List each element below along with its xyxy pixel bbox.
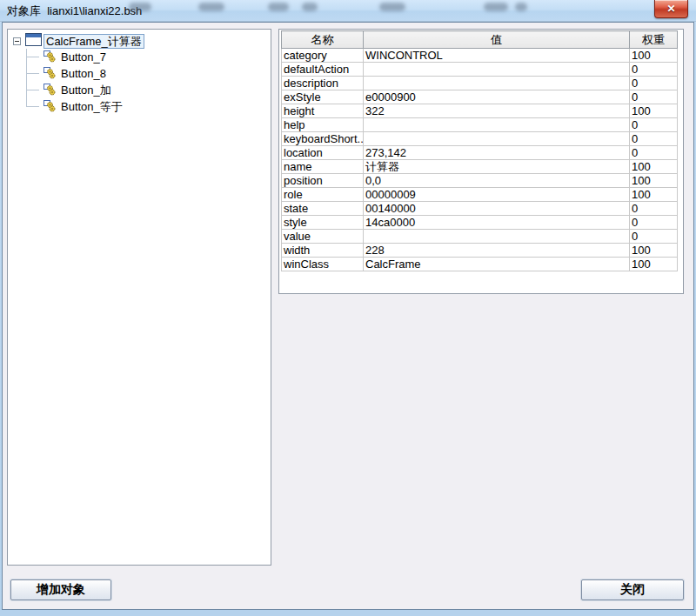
property-table-panel[interactable]: 名称 值 权重 categoryWINCONTROL100defaultActi… bbox=[278, 29, 684, 294]
dialog-body: CalcFrame_计算器 Button_7 Button_8 Button_加… bbox=[2, 22, 694, 610]
property-name-cell[interactable]: description bbox=[282, 77, 364, 90]
tree-item-Button_8[interactable]: Button_8 bbox=[8, 65, 271, 82]
tree-item-label: Button_8 bbox=[61, 67, 106, 81]
titlebar-glass-artifact bbox=[515, 3, 527, 11]
property-name-cell[interactable]: winClass bbox=[282, 258, 364, 271]
table-row[interactable]: state001400000 bbox=[282, 202, 678, 216]
table-row[interactable]: winClassCalcFrame100 bbox=[282, 258, 678, 271]
property-value-cell[interactable]: 00000009 bbox=[364, 188, 630, 202]
window-frame-icon bbox=[25, 33, 42, 49]
column-header-value[interactable]: 值 bbox=[364, 31, 630, 49]
tree-root-label-selected[interactable]: CalcFrame_计算器 bbox=[44, 34, 144, 49]
add-object-button[interactable]: 增加对象 bbox=[10, 579, 111, 600]
titlebar-glass-artifact bbox=[198, 3, 224, 11]
property-weight-cell[interactable]: 0 bbox=[630, 118, 678, 132]
property-value-cell[interactable] bbox=[364, 77, 630, 90]
property-name-cell[interactable]: height bbox=[282, 104, 364, 118]
titlebar-glass-artifact bbox=[484, 3, 508, 11]
close-dialog-button-label: 关闭 bbox=[620, 582, 645, 598]
property-value-cell[interactable] bbox=[364, 63, 630, 77]
tree-item-root[interactable]: CalcFrame_计算器 bbox=[8, 33, 271, 49]
property-weight-cell[interactable]: 0 bbox=[630, 90, 678, 104]
property-weight-cell[interactable]: 100 bbox=[630, 244, 678, 258]
property-name-cell[interactable]: role bbox=[282, 188, 364, 202]
add-object-button-label: 增加对象 bbox=[37, 582, 85, 598]
window-title: 对象库 lianxi1\lianxi22.bsh bbox=[7, 3, 142, 19]
titlebar-glass-artifact bbox=[302, 3, 318, 11]
property-name-cell[interactable]: defaultAction bbox=[282, 63, 364, 77]
table-row[interactable]: help0 bbox=[282, 118, 678, 132]
column-header-name[interactable]: 名称 bbox=[282, 31, 364, 49]
property-name-cell[interactable]: style bbox=[282, 216, 364, 230]
table-row[interactable]: keyboardShort...0 bbox=[282, 132, 678, 146]
property-name-cell[interactable]: location bbox=[282, 146, 364, 160]
property-weight-cell[interactable]: 100 bbox=[630, 160, 678, 174]
property-weight-cell[interactable]: 100 bbox=[630, 188, 678, 202]
property-weight-cell[interactable]: 0 bbox=[630, 230, 678, 244]
close-icon: ✕ bbox=[666, 3, 675, 14]
property-weight-cell[interactable]: 0 bbox=[630, 77, 678, 90]
property-weight-cell[interactable]: 100 bbox=[630, 104, 678, 118]
property-value-cell[interactable]: WINCONTROL bbox=[364, 49, 630, 63]
tree-item-label: Button_加 bbox=[61, 84, 111, 97]
tree-item-Button_等于[interactable]: Button_等于 bbox=[8, 98, 271, 115]
property-weight-cell[interactable]: 0 bbox=[630, 216, 678, 230]
table-row[interactable]: style14ca00000 bbox=[282, 216, 678, 230]
table-row[interactable]: exStylee00009000 bbox=[282, 90, 678, 104]
property-value-cell[interactable]: e0000900 bbox=[364, 90, 630, 104]
titlebar[interactable]: 对象库 lianxi1\lianxi22.bsh bbox=[0, 0, 696, 22]
object-tree-panel[interactable]: CalcFrame_计算器 Button_7 Button_8 Button_加… bbox=[7, 29, 271, 566]
table-row[interactable]: defaultAction0 bbox=[282, 63, 678, 77]
property-value-cell[interactable]: 14ca0000 bbox=[364, 216, 630, 230]
property-name-cell[interactable]: width bbox=[282, 244, 364, 258]
property-value-cell[interactable] bbox=[364, 132, 630, 146]
close-window-button[interactable]: ✕ bbox=[654, 0, 688, 18]
table-row[interactable]: role00000009100 bbox=[282, 188, 678, 202]
property-name-cell[interactable]: category bbox=[282, 49, 364, 63]
object-gears-icon bbox=[43, 49, 57, 65]
tree-children: Button_7 Button_8 Button_加 Button_等于 bbox=[8, 49, 271, 115]
property-value-cell[interactable] bbox=[364, 118, 630, 132]
property-value-cell[interactable] bbox=[364, 230, 630, 244]
table-row[interactable]: location273,1420 bbox=[282, 146, 678, 160]
property-weight-cell[interactable]: 100 bbox=[630, 174, 678, 188]
table-row[interactable]: categoryWINCONTROL100 bbox=[282, 49, 678, 63]
titlebar-glass-artifact bbox=[268, 3, 289, 11]
property-weight-cell[interactable]: 100 bbox=[630, 258, 678, 271]
property-name-cell[interactable]: keyboardShort... bbox=[282, 132, 364, 146]
property-value-cell[interactable]: 计算器 bbox=[364, 160, 630, 174]
property-name-cell[interactable]: position bbox=[282, 174, 364, 188]
property-value-cell[interactable]: 273,142 bbox=[364, 146, 630, 160]
property-name-cell[interactable]: value bbox=[282, 230, 364, 244]
property-value-cell[interactable]: CalcFrame bbox=[364, 258, 630, 271]
table-row[interactable]: description0 bbox=[282, 77, 678, 90]
table-header-row: 名称 值 权重 bbox=[282, 31, 678, 49]
property-value-cell[interactable]: 228 bbox=[364, 244, 630, 258]
tree-item-Button_加[interactable]: Button_加 bbox=[8, 82, 271, 98]
tree-item-Button_7[interactable]: Button_7 bbox=[8, 49, 271, 65]
table-row[interactable]: height322100 bbox=[282, 104, 678, 118]
property-weight-cell[interactable]: 0 bbox=[630, 146, 678, 160]
property-name-cell[interactable]: name bbox=[282, 160, 364, 174]
table-row[interactable]: position0,0100 bbox=[282, 174, 678, 188]
table-row[interactable]: value0 bbox=[282, 230, 678, 244]
titlebar-glass-artifact bbox=[129, 3, 151, 11]
table-row[interactable]: width228100 bbox=[282, 244, 678, 258]
property-value-cell[interactable]: 00140000 bbox=[364, 202, 630, 216]
object-gears-icon bbox=[43, 98, 57, 115]
property-table-body: categoryWINCONTROL100defaultAction0descr… bbox=[282, 49, 678, 271]
property-value-cell[interactable]: 322 bbox=[364, 104, 630, 118]
property-name-cell[interactable]: help bbox=[282, 118, 364, 132]
collapse-expander-icon[interactable] bbox=[13, 37, 21, 45]
property-table: 名称 值 权重 categoryWINCONTROL100defaultActi… bbox=[281, 30, 678, 271]
property-weight-cell[interactable]: 100 bbox=[630, 49, 678, 63]
property-weight-cell[interactable]: 0 bbox=[630, 132, 678, 146]
property-value-cell[interactable]: 0,0 bbox=[364, 174, 630, 188]
property-name-cell[interactable]: state bbox=[282, 202, 364, 216]
table-row[interactable]: name计算器100 bbox=[282, 160, 678, 174]
property-weight-cell[interactable]: 0 bbox=[630, 63, 678, 77]
property-name-cell[interactable]: exStyle bbox=[282, 90, 364, 104]
property-weight-cell[interactable]: 0 bbox=[630, 202, 678, 216]
column-header-weight[interactable]: 权重 bbox=[630, 31, 678, 49]
close-dialog-button[interactable]: 关闭 bbox=[581, 579, 684, 600]
